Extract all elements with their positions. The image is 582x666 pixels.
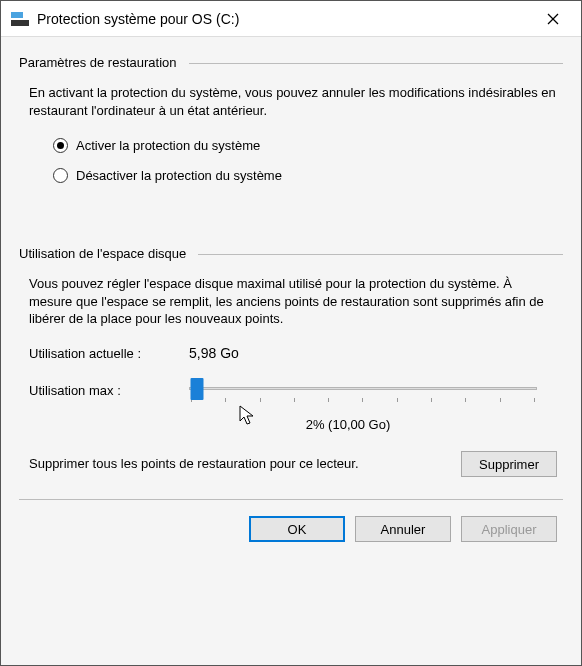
- max-usage-label: Utilisation max :: [29, 382, 189, 400]
- drive-icon: [11, 12, 29, 26]
- delete-description: Supprimer tous les points de restauratio…: [29, 455, 447, 473]
- close-icon: [547, 13, 559, 25]
- delete-row: Supprimer tous les points de restauratio…: [29, 451, 557, 477]
- slider-thumb[interactable]: [190, 378, 203, 400]
- slider-track: [189, 387, 537, 390]
- disk-heading: Utilisation de l'espace disque: [19, 246, 186, 261]
- ok-button[interactable]: OK: [249, 516, 345, 542]
- dialog-footer: OK Annuler Appliquer: [19, 499, 563, 558]
- disk-description: Vous pouvez régler l'espace disque maxim…: [29, 275, 557, 328]
- current-usage-value: 5,98 Go: [189, 344, 239, 363]
- radio-disable-label: Désactiver la protection du système: [76, 167, 282, 185]
- window-title: Protection système pour OS (C:): [37, 11, 533, 27]
- radio-enable-label: Activer la protection du système: [76, 137, 260, 155]
- cancel-button[interactable]: Annuler: [355, 516, 451, 542]
- restore-section-body: En activant la protection du système, vo…: [19, 84, 563, 196]
- max-usage-value: 2% (10,00 Go): [29, 416, 557, 434]
- protection-radio-group: Activer la protection du système Désacti…: [53, 137, 557, 184]
- radio-icon: [53, 138, 68, 153]
- max-usage-slider[interactable]: [189, 381, 557, 402]
- disk-section-body: Vous pouvez régler l'espace disque maxim…: [19, 275, 563, 477]
- radio-icon: [53, 168, 68, 183]
- dialog-window: Protection système pour OS (C:) Paramètr…: [0, 0, 582, 666]
- slider-ticks: [189, 398, 537, 402]
- apply-button[interactable]: Appliquer: [461, 516, 557, 542]
- current-usage-row: Utilisation actuelle : 5,98 Go: [29, 344, 557, 363]
- radio-enable-protection[interactable]: Activer la protection du système: [53, 137, 557, 155]
- radio-disable-protection[interactable]: Désactiver la protection du système: [53, 167, 557, 185]
- close-button[interactable]: [533, 4, 573, 34]
- disk-section-header: Utilisation de l'espace disque: [19, 246, 563, 261]
- max-usage-row: Utilisation max :: [29, 381, 557, 402]
- restore-heading: Paramètres de restauration: [19, 55, 177, 70]
- current-usage-label: Utilisation actuelle :: [29, 345, 189, 363]
- restore-section-header: Paramètres de restauration: [19, 55, 563, 70]
- divider: [198, 254, 563, 255]
- delete-button[interactable]: Supprimer: [461, 451, 557, 477]
- restore-description: En activant la protection du système, vo…: [29, 84, 557, 119]
- divider: [189, 63, 563, 64]
- titlebar: Protection système pour OS (C:): [1, 1, 581, 37]
- content-area: Paramètres de restauration En activant l…: [1, 37, 581, 665]
